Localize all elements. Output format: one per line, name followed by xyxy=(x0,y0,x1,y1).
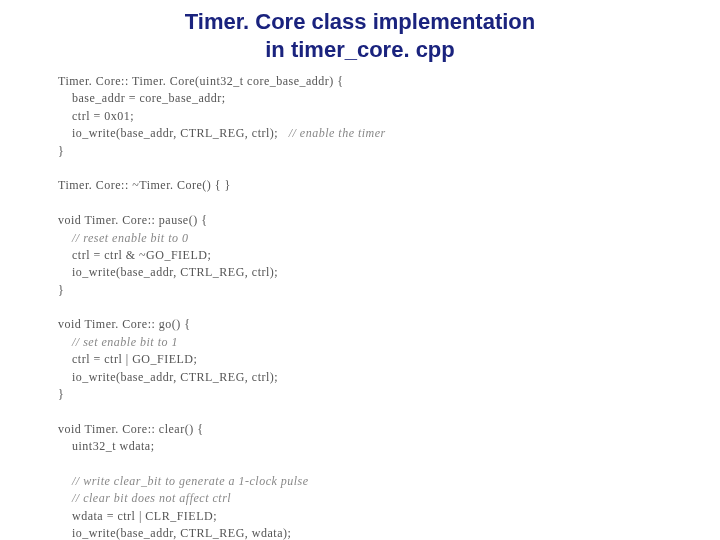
code-line: Timer. Core:: Timer. Core(uint32_t core_… xyxy=(58,74,344,88)
code-comment: // set enable bit to 1 xyxy=(58,335,178,349)
slide-title: Timer. Core class implementation in time… xyxy=(0,0,720,73)
code-line: base_addr = core_base_addr; xyxy=(58,91,226,105)
code-line: } xyxy=(58,144,64,158)
code-line: ctrl = ctrl & ~GO_FIELD; xyxy=(58,248,211,262)
title-line-2: in timer_core. cpp xyxy=(0,36,720,64)
code-line: void Timer. Core:: go() { xyxy=(58,317,191,331)
code-line: ctrl = 0x01; xyxy=(58,109,134,123)
code-comment: // write clear_bit to generate a 1-clock… xyxy=(58,474,309,488)
code-listing: Timer. Core:: Timer. Core(uint32_t core_… xyxy=(0,73,720,540)
code-line: void Timer. Core:: pause() { xyxy=(58,213,207,227)
code-line: } xyxy=(58,387,64,401)
code-line: void Timer. Core:: clear() { xyxy=(58,422,203,436)
code-line: wdata = ctrl | CLR_FIELD; xyxy=(58,509,217,523)
code-comment: // reset enable bit to 0 xyxy=(58,231,189,245)
code-comment: // enable the timer xyxy=(278,126,386,140)
code-line: io_write(base_addr, CTRL_REG, wdata); xyxy=(58,526,291,540)
code-line: Timer. Core:: ~Timer. Core() { } xyxy=(58,178,231,192)
slide: Timer. Core class implementation in time… xyxy=(0,0,720,540)
code-line: io_write(base_addr, CTRL_REG, ctrl); xyxy=(58,370,278,384)
code-line: } xyxy=(58,283,64,297)
code-line: io_write(base_addr, CTRL_REG, ctrl); xyxy=(58,265,278,279)
title-line-1: Timer. Core class implementation xyxy=(0,8,720,36)
code-line: io_write(base_addr, CTRL_REG, ctrl); xyxy=(58,126,278,140)
code-comment: // clear bit does not affect ctrl xyxy=(58,491,231,505)
code-line: uint32_t wdata; xyxy=(58,439,155,453)
code-line: ctrl = ctrl | GO_FIELD; xyxy=(58,352,197,366)
